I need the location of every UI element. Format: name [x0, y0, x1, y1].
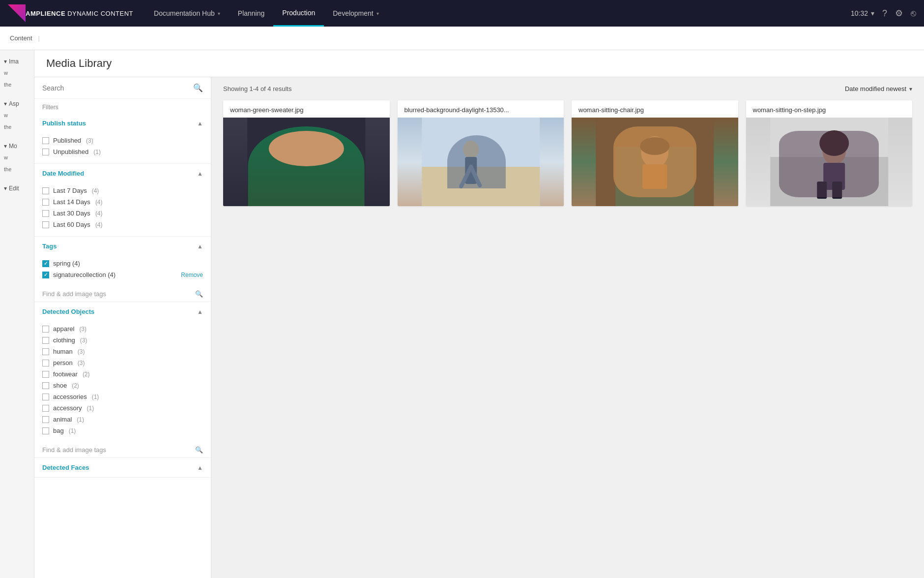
- remove-tag-button[interactable]: Remove: [181, 272, 203, 278]
- content-area: Media Library 🔍 Filters Publish status ▲: [34, 50, 924, 578]
- nav-item-documentation[interactable]: Documentation Hub ▾: [145, 0, 229, 27]
- unpublished-checkbox[interactable]: [42, 149, 49, 155]
- accessories-checkbox[interactable]: [42, 394, 49, 400]
- filter-option-accessories[interactable]: accessories (1): [42, 391, 203, 402]
- sidebar-section-mo: ▾ Mo w the: [4, 141, 30, 175]
- svg-point-4: [287, 132, 326, 162]
- footwear-count: (2): [83, 371, 90, 378]
- filter-option-last30[interactable]: Last 30 Days (4): [42, 208, 203, 219]
- svg-point-3: [288, 131, 325, 175]
- svg-rect-14: [615, 147, 694, 206]
- nav-item-planning[interactable]: Planning: [229, 0, 274, 27]
- svg-point-2: [274, 169, 338, 206]
- unpublished-count: (1): [93, 149, 101, 155]
- person-checkbox[interactable]: [42, 360, 49, 366]
- media-card-1[interactable]: woman-green-sweater.jpg: [223, 100, 390, 206]
- last60-label: Last 60 Days: [53, 221, 90, 228]
- chevron-down-icon: ▾: [376, 11, 379, 16]
- chevron-down-icon: ▾: [4, 143, 7, 150]
- publish-status-header[interactable]: Publish status ▲: [34, 114, 211, 133]
- filter-option-last14[interactable]: Last 14 Days (4): [42, 196, 203, 208]
- sidebar-section-asp-header[interactable]: ▾ Asp: [4, 98, 30, 109]
- tag-item-signature[interactable]: signaturecollection (4) Remove: [42, 269, 203, 280]
- sidebar-item: the: [4, 121, 30, 133]
- sidebar-section-asp: ▾ Asp w the: [4, 98, 30, 133]
- filter-option-last60[interactable]: Last 60 Days (4): [42, 219, 203, 230]
- main-layout: ▾ Ima w the ▾ Asp w the ▾ Mo w the ▾: [0, 50, 924, 578]
- chevron-down-icon[interactable]: ▾: [871, 9, 874, 17]
- filter-option-shoe[interactable]: shoe (2): [42, 380, 203, 391]
- filter-option-person[interactable]: person (3): [42, 357, 203, 368]
- filter-option-unpublished[interactable]: Unpublished (1): [42, 146, 203, 157]
- sidebar-item: the: [4, 163, 30, 175]
- find-add-tags-bar[interactable]: Find & add image tags 🔍: [34, 286, 211, 302]
- media-card-4-title: woman-sitting-on-step.jpg: [746, 100, 913, 118]
- human-checkbox[interactable]: [42, 348, 49, 355]
- filter-option-last7[interactable]: Last 7 Days (4): [42, 185, 203, 196]
- media-card-1-image: [223, 118, 390, 206]
- footwear-checkbox[interactable]: [42, 371, 49, 378]
- filter-option-apparel[interactable]: apparel (3): [42, 323, 203, 335]
- tags-header[interactable]: Tags ▲: [34, 237, 211, 256]
- settings-icon[interactable]: ⚙: [895, 8, 903, 19]
- detected-objects-header[interactable]: Detected Objects ▲: [34, 302, 211, 321]
- filter-option-published[interactable]: Published (3): [42, 135, 203, 146]
- sidebar-item: w: [4, 109, 30, 121]
- svg-point-9: [463, 141, 479, 158]
- clothing-checkbox[interactable]: [42, 337, 49, 344]
- tag-item-spring[interactable]: spring (4): [42, 258, 203, 269]
- published-count: (3): [86, 137, 93, 144]
- bag-checkbox[interactable]: [42, 427, 49, 434]
- apparel-checkbox[interactable]: [42, 326, 49, 333]
- accessory-checkbox[interactable]: [42, 405, 49, 412]
- media-card-3[interactable]: woman-sitting-chair.jpg: [572, 100, 738, 206]
- media-grid: woman-green-sweater.jpg: [223, 100, 912, 206]
- signature-checkbox[interactable]: [42, 272, 49, 278]
- search-input[interactable]: [42, 84, 189, 92]
- date-modified-header[interactable]: Date Modified ▲: [34, 164, 211, 183]
- filter-option-animal[interactable]: animal (1): [42, 414, 203, 425]
- sort-label: Date modified newest: [845, 85, 906, 92]
- animal-checkbox[interactable]: [42, 416, 49, 423]
- last60-checkbox[interactable]: [42, 221, 49, 228]
- footwear-label: footwear: [53, 370, 78, 378]
- media-grid-area: Showing 1-4 of 4 results Date modified n…: [211, 77, 924, 578]
- published-checkbox[interactable]: [42, 137, 49, 144]
- human-count: (3): [78, 348, 85, 355]
- filter-option-human[interactable]: human (3): [42, 346, 203, 357]
- filter-section-publish-status: Publish status ▲ Published (3) Unpublish…: [34, 114, 211, 164]
- shoe-checkbox[interactable]: [42, 382, 49, 389]
- detected-objects-title: Detected Objects: [42, 308, 94, 315]
- last7-checkbox[interactable]: [42, 187, 49, 194]
- search-icon: 🔍: [195, 446, 203, 454]
- nav-item-development[interactable]: Development ▾: [324, 0, 388, 27]
- filter-option-clothing[interactable]: clothing (3): [42, 335, 203, 346]
- sidebar-section-images-header[interactable]: ▾ Ima: [4, 56, 30, 67]
- filter-option-accessory[interactable]: accessory (1): [42, 402, 203, 414]
- sidebar-section-edit-header[interactable]: ▾ Edit: [4, 183, 30, 194]
- search-icon: 🔍: [195, 290, 203, 298]
- clothing-count: (3): [80, 337, 87, 344]
- last30-checkbox[interactable]: [42, 210, 49, 217]
- content-nav-item[interactable]: Content: [10, 34, 32, 42]
- export-icon[interactable]: ⎋: [911, 8, 916, 19]
- help-icon[interactable]: ?: [882, 8, 887, 19]
- nav-item-production[interactable]: Production: [273, 0, 324, 27]
- clothing-label: clothing: [53, 336, 75, 344]
- svg-rect-22: [823, 163, 845, 190]
- media-card-4[interactable]: woman-sitting-on-step.jpg: [746, 100, 913, 206]
- sidebar-section-mo-header[interactable]: ▾ Mo: [4, 141, 30, 152]
- animal-label: animal: [53, 416, 72, 423]
- last7-count: (4): [92, 187, 99, 194]
- sort-dropdown[interactable]: Date modified newest ▾: [845, 85, 912, 92]
- detected-faces-header[interactable]: Detected Faces ▲: [34, 458, 211, 477]
- find-add-objects-tags-bar[interactable]: Find & add image tags 🔍: [34, 442, 211, 457]
- filter-option-bag[interactable]: bag (1): [42, 425, 203, 436]
- human-label: human: [53, 348, 73, 355]
- spring-checkbox[interactable]: [42, 260, 49, 267]
- filter-section-detected-objects: Detected Objects ▲ apparel (3) clothing …: [34, 302, 211, 458]
- last14-checkbox[interactable]: [42, 199, 49, 206]
- chevron-down-icon: ▾: [4, 185, 7, 192]
- media-card-2[interactable]: blurred-background-daylight-13530...: [398, 100, 564, 206]
- filter-option-footwear[interactable]: footwear (2): [42, 368, 203, 380]
